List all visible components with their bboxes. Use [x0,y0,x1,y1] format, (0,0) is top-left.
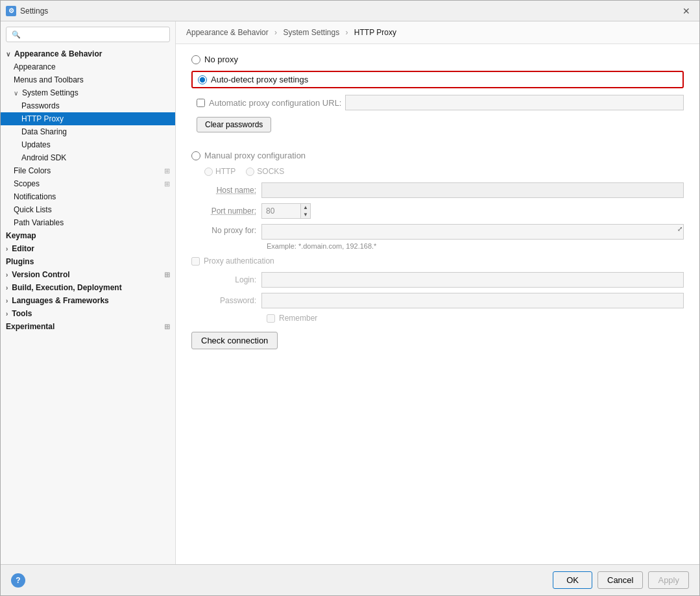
main-content: 🔍 ∨ Appearance & Behavior Appearance Men… [1,21,699,564]
host-name-input[interactable] [261,182,684,198]
port-number-input[interactable] [261,203,300,219]
chevron-icon: ∨ [14,90,18,97]
socks-option[interactable]: SOCKS [246,167,284,176]
no-proxy-option[interactable]: No proxy [191,55,684,64]
example-text: Example: *.domain.com, 192.168.* [267,242,684,250]
socks-radio[interactable] [246,168,254,176]
manual-proxy-label: Manual proxy configuration [204,151,306,160]
sidebar-item-label: Updates [21,140,51,149]
sidebar-item-experimental[interactable]: Experimental ⊞ [1,320,175,333]
app-icon: ⚙ [6,6,16,16]
sidebar-item-label: Experimental [6,322,54,331]
ok-button[interactable]: OK [553,571,592,589]
port-up-button[interactable]: ▲ [301,204,310,211]
close-button[interactable]: ✕ [679,3,694,19]
sidebar-item-passwords[interactable]: Passwords [1,99,175,112]
sidebar-item-android-sdk[interactable]: Android SDK [1,151,175,164]
proxy-type-row: HTTP SOCKS [204,167,684,176]
expand-icon[interactable]: ⤢ [677,225,682,232]
sidebar-item-file-colors[interactable]: File Colors ⊞ [1,164,175,177]
auto-proxy-config-input[interactable] [345,95,684,110]
sidebar-item-languages-frameworks[interactable]: › Languages & Frameworks [1,294,175,307]
sidebar-item-label: Path Variables [14,218,64,227]
clear-passwords-button[interactable]: Clear passwords [197,117,271,132]
port-down-button[interactable]: ▼ [301,211,310,218]
auto-proxy-config-checkbox[interactable] [197,99,205,107]
sidebar-item-appearance[interactable]: Appearance [1,60,175,73]
sidebar-item-label: HTTP Proxy [21,114,64,123]
sidebar-item-quick-lists[interactable]: Quick Lists [1,203,175,216]
sidebar-item-editor[interactable]: › Editor [1,242,175,255]
sidebar-item-updates[interactable]: Updates [1,138,175,151]
proxy-auth-row: Proxy authentication [191,256,684,266]
proxy-auth-checkbox[interactable] [191,257,200,266]
login-input[interactable] [261,272,684,288]
sidebar-item-path-variables[interactable]: Path Variables [1,216,175,229]
sidebar-item-version-control[interactable]: › Version Control ⊞ [1,268,175,281]
file-colors-icon: ⊞ [164,167,170,175]
breadcrumb-part1: Appearance & Behavior [186,28,269,37]
sidebar-item-plugins[interactable]: Plugins [1,255,175,268]
host-name-label: Host name: [191,186,256,195]
sidebar-item-menus-toolbars[interactable]: Menus and Toolbars [1,73,175,86]
remember-checkbox[interactable] [267,314,275,323]
main-panel: Appearance & Behavior › System Settings … [176,21,699,564]
password-label: Password: [191,296,256,305]
window-title: Settings [20,6,48,16]
sidebar-item-label: Appearance & Behavior [14,49,102,58]
password-input[interactable] [261,293,684,308]
breadcrumb: Appearance & Behavior › System Settings … [176,21,699,44]
auto-detect-option[interactable]: Auto-detect proxy settings [191,71,684,88]
help-button[interactable]: ? [11,573,25,588]
search-box[interactable]: 🔍 [6,27,170,42]
auto-detect-radio[interactable] [198,75,207,84]
sidebar-item-label: Notifications [14,192,56,201]
sidebar-item-data-sharing[interactable]: Data Sharing [1,125,175,138]
http-radio[interactable] [204,168,213,176]
chevron-icon: ∨ [6,51,10,58]
manual-proxy-option[interactable]: Manual proxy configuration [191,151,684,160]
bottom-buttons: OK Cancel Apply [553,571,689,589]
sidebar-item-label: Android SDK [21,153,66,162]
host-name-row: Host name: [191,182,684,198]
sidebar-item-build-execution[interactable]: › Build, Execution, Deployment [1,281,175,294]
manual-proxy-radio[interactable] [191,151,200,160]
sidebar-item-appearance-behavior[interactable]: ∨ Appearance & Behavior [1,47,175,60]
http-label: HTTP [215,167,235,176]
port-spinner: ▲ ▼ [300,203,311,219]
sidebar-item-tools[interactable]: › Tools [1,307,175,320]
sidebar: 🔍 ∨ Appearance & Behavior Appearance Men… [1,21,176,564]
sidebar-item-keymap[interactable]: Keymap [1,229,175,242]
breadcrumb-sep1: › [274,28,277,37]
sidebar-item-label: File Colors [14,166,51,175]
chevron-icon: › [6,271,8,279]
clear-passwords-row: Clear passwords [191,117,684,142]
no-proxy-input-wrap: ⤢ [261,224,684,240]
cancel-button[interactable]: Cancel [597,571,643,589]
sidebar-item-notifications[interactable]: Notifications [1,190,175,203]
sidebar-item-label: Editor [12,244,34,253]
sidebar-item-scopes[interactable]: Scopes ⊞ [1,177,175,190]
title-bar-left: ⚙ Settings [6,6,48,16]
socks-label: SOCKS [257,167,284,176]
chevron-icon: › [6,297,8,304]
chevron-icon: › [6,284,8,292]
chevron-icon: › [6,310,8,317]
sidebar-item-label: Data Sharing [21,127,67,136]
login-label: Login: [191,275,256,284]
sidebar-item-http-proxy[interactable]: HTTP Proxy [1,112,175,125]
no-proxy-for-row: No proxy for: ⤢ [191,224,684,240]
sidebar-item-label: Quick Lists [14,205,52,214]
http-option[interactable]: HTTP [204,167,235,176]
no-proxy-for-input[interactable] [261,224,684,240]
check-connection-button[interactable]: Check connection [191,332,278,349]
sidebar-item-label: Languages & Frameworks [12,296,108,305]
search-input[interactable] [23,30,164,39]
breadcrumb-part2: System Settings [283,28,339,37]
remember-label: Remember [279,314,317,323]
breadcrumb-part3: HTTP Proxy [354,28,396,37]
apply-button[interactable]: Apply [648,571,689,589]
password-row: Password: [191,293,684,308]
sidebar-item-system-settings[interactable]: ∨ System Settings [1,86,175,99]
no-proxy-radio[interactable] [191,55,200,64]
